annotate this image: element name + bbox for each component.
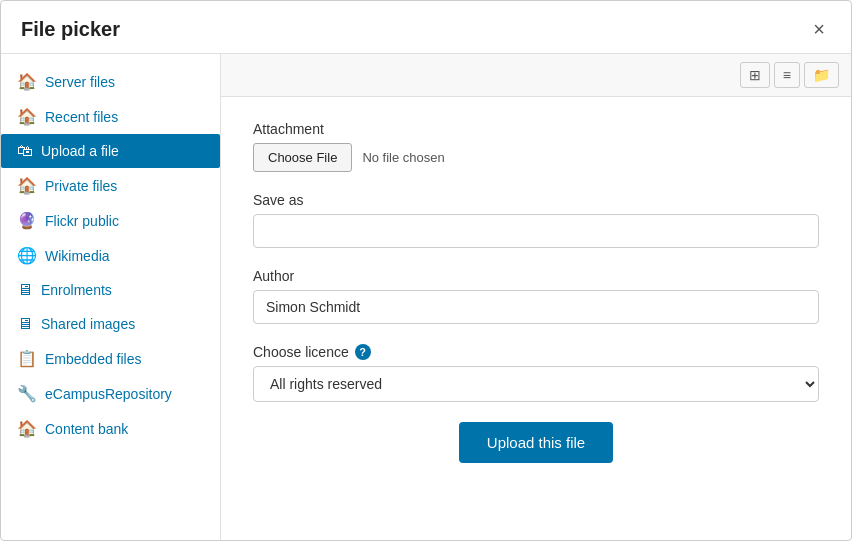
toolbar: ⊞ ≡ 📁 [221, 54, 851, 97]
sidebar-item-embedded-files[interactable]: 📋Embedded files [1, 341, 220, 376]
sidebar: 🏠Server files🏠Recent files🛍Upload a file… [1, 54, 221, 540]
file-input-row: Choose File No file chosen [253, 143, 819, 172]
sidebar-icon-recent-files: 🏠 [17, 107, 37, 126]
licence-row: Choose licence ? [253, 344, 819, 360]
licence-label: Choose licence [253, 344, 349, 360]
sidebar-label-content-bank: Content bank [45, 421, 128, 437]
licence-group: Choose licence ? All rights reservedPubl… [253, 344, 819, 402]
sidebar-item-enrolments[interactable]: 🖥Enrolments [1, 273, 220, 307]
sidebar-icon-embedded-files: 📋 [17, 349, 37, 368]
licence-help-icon[interactable]: ? [355, 344, 371, 360]
sidebar-label-private-files: Private files [45, 178, 117, 194]
sidebar-item-ecampus-repository[interactable]: 🔧eCampusRepository [1, 376, 220, 411]
sidebar-label-wikimedia: Wikimedia [45, 248, 110, 264]
folder-view-button[interactable]: 📁 [804, 62, 839, 88]
sidebar-item-content-bank[interactable]: 🏠Content bank [1, 411, 220, 446]
sidebar-item-shared-images[interactable]: 🖥Shared images [1, 307, 220, 341]
sidebar-icon-ecampus-repository: 🔧 [17, 384, 37, 403]
file-picker-modal: File picker × 🏠Server files🏠Recent files… [0, 0, 852, 541]
modal-body: 🏠Server files🏠Recent files🛍Upload a file… [1, 54, 851, 540]
sidebar-item-private-files[interactable]: 🏠Private files [1, 168, 220, 203]
save-as-group: Save as [253, 192, 819, 248]
sidebar-icon-wikimedia: 🌐 [17, 246, 37, 265]
sidebar-label-server-files: Server files [45, 74, 115, 90]
sidebar-item-recent-files[interactable]: 🏠Recent files [1, 99, 220, 134]
attachment-group: Attachment Choose File No file chosen [253, 121, 819, 172]
upload-button[interactable]: Upload this file [459, 422, 613, 463]
sidebar-icon-private-files: 🏠 [17, 176, 37, 195]
sidebar-label-upload-a-file: Upload a file [41, 143, 119, 159]
sidebar-label-enrolments: Enrolments [41, 282, 112, 298]
sidebar-label-recent-files: Recent files [45, 109, 118, 125]
sidebar-item-server-files[interactable]: 🏠Server files [1, 64, 220, 99]
author-label: Author [253, 268, 819, 284]
sidebar-icon-content-bank: 🏠 [17, 419, 37, 438]
modal-title: File picker [21, 18, 120, 41]
sidebar-item-upload-a-file[interactable]: 🛍Upload a file [1, 134, 220, 168]
main-content: ⊞ ≡ 📁 Attachment Choose File No file cho… [221, 54, 851, 540]
sidebar-item-wikimedia[interactable]: 🌐Wikimedia [1, 238, 220, 273]
sidebar-label-shared-images: Shared images [41, 316, 135, 332]
sidebar-icon-upload-a-file: 🛍 [17, 142, 33, 160]
sidebar-item-flickr-public[interactable]: 🔮Flickr public [1, 203, 220, 238]
grid-view-button[interactable]: ⊞ [740, 62, 770, 88]
sidebar-icon-server-files: 🏠 [17, 72, 37, 91]
sidebar-icon-enrolments: 🖥 [17, 281, 33, 299]
sidebar-icon-shared-images: 🖥 [17, 315, 33, 333]
save-as-label: Save as [253, 192, 819, 208]
author-group: Author [253, 268, 819, 324]
save-as-input[interactable] [253, 214, 819, 248]
list-view-button[interactable]: ≡ [774, 62, 800, 88]
close-button[interactable]: × [807, 17, 831, 41]
author-input[interactable] [253, 290, 819, 324]
licence-select[interactable]: All rights reservedPublic domainCreative… [253, 366, 819, 402]
sidebar-label-flickr-public: Flickr public [45, 213, 119, 229]
no-file-text: No file chosen [362, 150, 444, 165]
choose-file-button[interactable]: Choose File [253, 143, 352, 172]
modal-header: File picker × [1, 1, 851, 54]
sidebar-label-ecampus-repository: eCampusRepository [45, 386, 172, 402]
sidebar-icon-flickr-public: 🔮 [17, 211, 37, 230]
form-area: Attachment Choose File No file chosen Sa… [221, 97, 851, 540]
attachment-label: Attachment [253, 121, 819, 137]
sidebar-label-embedded-files: Embedded files [45, 351, 142, 367]
